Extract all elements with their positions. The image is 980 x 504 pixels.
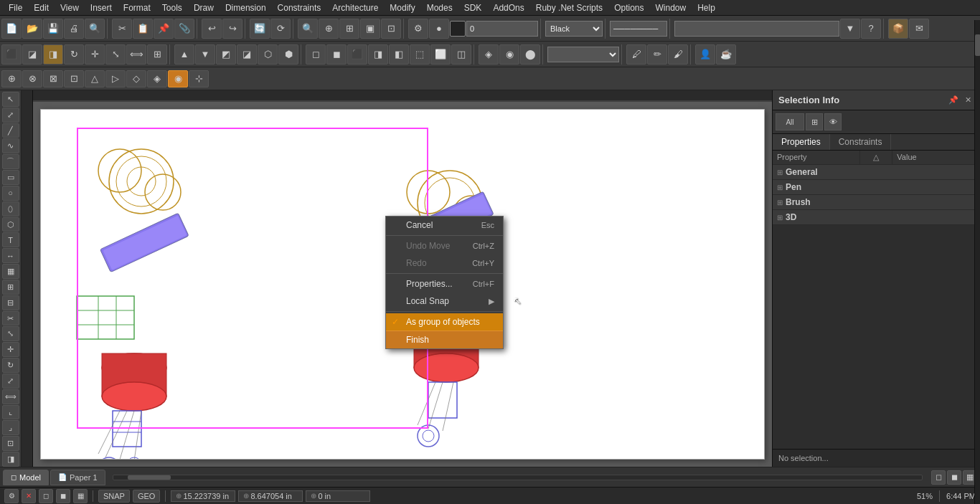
extrude3-btn[interactable]: ◩ xyxy=(216,44,236,65)
poly-tool[interactable]: ⬡ xyxy=(2,217,19,232)
text-tool[interactable]: T xyxy=(2,232,19,247)
extrude2-btn[interactable]: ▼ xyxy=(195,44,215,65)
move-tool[interactable]: ✛ xyxy=(2,342,19,357)
ctx-redo[interactable]: Redo Ctrl+Y xyxy=(386,255,503,272)
chamfer-tool[interactable]: ⌟ xyxy=(2,420,19,435)
view6-btn[interactable]: ⬚ xyxy=(410,44,430,65)
view4-btn[interactable]: ◨ xyxy=(368,44,388,65)
copy-btn[interactable]: 📋 xyxy=(133,19,153,39)
view3-btn[interactable]: ⬛ xyxy=(347,44,367,65)
dim-tool[interactable]: ↔ xyxy=(2,248,19,263)
refresh-btn[interactable]: 🔄 xyxy=(250,19,270,39)
menu-sdk[interactable]: SDK xyxy=(458,1,488,14)
cut-btn[interactable]: ✂ xyxy=(112,19,132,39)
menu-window[interactable]: Window xyxy=(649,1,692,14)
view5-btn[interactable]: ◧ xyxy=(389,44,409,65)
select2-tool[interactable]: ⤢ xyxy=(2,108,19,123)
tab-model[interactable]: ◻ Model xyxy=(3,470,49,485)
section-general[interactable]: ⊞ General xyxy=(773,165,980,180)
snap4-btn[interactable]: ⊡ xyxy=(64,70,84,87)
snap6-btn[interactable]: ▷ xyxy=(105,70,126,87)
h-scrollbar-thumb[interactable] xyxy=(128,475,171,480)
menu-insert[interactable]: Insert xyxy=(85,1,118,14)
canvas-area[interactable]: // Inline ruler ticks via SVG text xyxy=(22,90,772,467)
trim-tool[interactable]: ✂ xyxy=(2,311,19,326)
snap10-btn[interactable]: ⊹ xyxy=(189,70,209,87)
preview-btn[interactable]: 🔍 xyxy=(85,19,105,39)
block-tool[interactable]: ⊞ xyxy=(2,280,19,295)
3d-box-btn[interactable]: ⬛ xyxy=(1,44,22,65)
menu-modes[interactable]: Modes xyxy=(421,1,458,14)
snap3-btn[interactable]: ⊠ xyxy=(43,70,63,87)
open-btn[interactable]: 📂 xyxy=(22,19,42,39)
3d-face-btn[interactable]: ◪ xyxy=(22,44,42,65)
menu-view[interactable]: View xyxy=(55,1,85,14)
select-tool[interactable]: ↖ xyxy=(2,92,19,107)
panel-view-btn[interactable]: 👁 xyxy=(824,113,842,130)
panel-all-btn[interactable]: All xyxy=(776,113,804,130)
panel-close-btn[interactable]: ✕ xyxy=(961,94,974,107)
render-mode-select[interactable] xyxy=(547,47,619,62)
snap9-btn[interactable]: ◉ xyxy=(168,70,188,87)
extrude5-btn[interactable]: ⬡ xyxy=(258,44,278,65)
3d-sel-btn[interactable]: ◨ xyxy=(43,44,63,65)
extend-tool[interactable]: ⤡ xyxy=(2,326,19,341)
status-icon5[interactable]: ▦ xyxy=(73,489,88,503)
line-tool[interactable]: ╱ xyxy=(2,123,19,138)
zoom5-btn[interactable]: ⊡ xyxy=(381,19,401,39)
view1-btn[interactable]: ◻ xyxy=(306,44,326,65)
mirror-tool[interactable]: ⟺ xyxy=(2,389,19,404)
3d-arr-btn[interactable]: ⊞ xyxy=(147,44,167,65)
color-select[interactable]: Black White Red xyxy=(545,21,603,37)
extrude-btn[interactable]: ▲ xyxy=(174,44,194,65)
status-icon2[interactable]: ✕ xyxy=(22,489,36,503)
status-icon3[interactable]: ◻ xyxy=(39,489,53,503)
bottom-btn2[interactable]: ◼ xyxy=(947,470,961,485)
icon2-btn[interactable]: ✉ xyxy=(909,19,929,39)
undo-btn[interactable]: ↩ xyxy=(202,19,222,39)
bottom-btn1[interactable]: ◻ xyxy=(931,470,946,485)
scale-tool[interactable]: ⤢ xyxy=(2,374,19,389)
view8-btn[interactable]: ◫ xyxy=(451,44,471,65)
3d-scale-btn[interactable]: ⤡ xyxy=(105,44,126,65)
render3-btn[interactable]: ⬤ xyxy=(520,44,540,65)
tab-paper1[interactable]: 📄 Paper 1 xyxy=(50,470,105,485)
ctx-cancel[interactable]: Cancel Esc xyxy=(386,217,503,234)
menu-edit[interactable]: Edit xyxy=(28,1,55,14)
tab-properties[interactable]: Properties xyxy=(773,134,830,150)
circle-tool[interactable]: ○ xyxy=(2,186,19,201)
extrude6-btn[interactable]: ⬢ xyxy=(278,44,298,65)
pen1-btn[interactable]: 🖊 xyxy=(626,44,646,65)
view2-btn[interactable]: ◼ xyxy=(326,44,347,65)
redo-btn[interactable]: ↪ xyxy=(222,19,242,39)
ctx-finish[interactable]: Finish xyxy=(386,331,503,348)
tea-btn[interactable]: ☕ xyxy=(716,44,736,65)
tab-constraints[interactable]: Constraints xyxy=(830,134,892,150)
paste-btn[interactable]: 📌 xyxy=(154,19,174,39)
zoom2-btn[interactable]: ⊕ xyxy=(319,19,339,39)
gear-btn[interactable]: ⚙ xyxy=(408,19,428,39)
h-scrollbar[interactable] xyxy=(113,475,923,480)
zoom-btn[interactable]: 🔍 xyxy=(298,19,318,39)
snap5-btn[interactable]: △ xyxy=(85,70,105,87)
section-3d[interactable]: ⊞ 3D xyxy=(773,210,980,225)
menu-architecture[interactable]: Architecture xyxy=(326,1,384,14)
dropdown-btn[interactable]: ▼ xyxy=(840,19,860,39)
menu-dimension[interactable]: Dimension xyxy=(220,1,272,14)
section-pen[interactable]: ⊞ Pen xyxy=(773,180,980,195)
pen3-btn[interactable]: 🖌 xyxy=(668,44,688,65)
save-btn[interactable]: 💾 xyxy=(43,19,63,39)
rotate-tool[interactable]: ↻ xyxy=(2,358,19,373)
menu-help[interactable]: Help xyxy=(692,1,721,14)
dot-btn[interactable]: ● xyxy=(429,19,449,39)
extrude4-btn[interactable]: ◪ xyxy=(237,44,257,65)
menu-constraints[interactable]: Constraints xyxy=(272,1,327,14)
menu-addons[interactable]: AddOns xyxy=(487,1,529,14)
layer-input[interactable] xyxy=(466,21,538,37)
menu-format[interactable]: Format xyxy=(118,1,156,14)
snap1-btn[interactable]: ⊕ xyxy=(1,70,22,87)
ctx-local-snap[interactable]: Local Snap ▶ xyxy=(386,293,503,310)
icon1-btn[interactable]: 📦 xyxy=(888,19,908,39)
ctx-undo[interactable]: Undo Move Ctrl+Z xyxy=(386,237,503,255)
print-btn[interactable]: 🖨 xyxy=(64,19,84,39)
